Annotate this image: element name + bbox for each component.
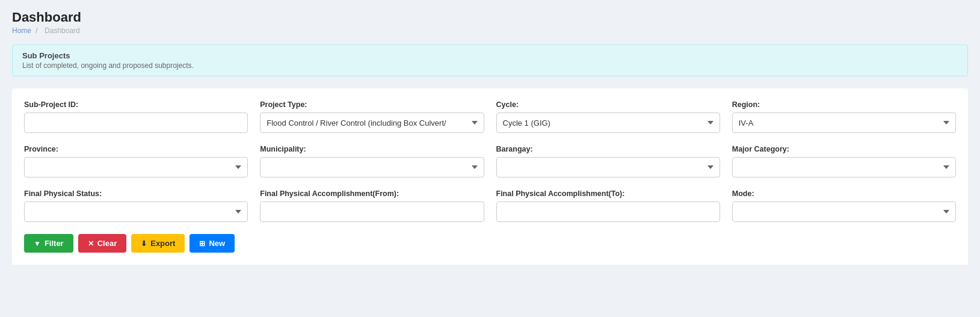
- card-title: Sub Projects: [22, 51, 958, 60]
- card-subtitle: List of completed, ongoing and proposed …: [22, 61, 958, 70]
- final-physical-to-group: Final Physical Accomplishment(To):: [496, 189, 720, 222]
- filter-icon: ▼: [34, 239, 41, 248]
- filter-label: Filter: [45, 239, 64, 248]
- form-row-1: Sub-Project ID: Project Type: Flood Cont…: [24, 100, 956, 133]
- final-physical-status-select[interactable]: [24, 202, 248, 222]
- breadcrumb: Home / Dashboard: [12, 26, 968, 35]
- province-group: Province:: [24, 145, 248, 177]
- final-physical-status-label: Final Physical Status:: [24, 189, 248, 198]
- project-type-group: Project Type: Flood Control / River Cont…: [260, 100, 484, 133]
- filter-button[interactable]: ▼ Filter: [24, 234, 73, 253]
- export-icon: ⬇: [141, 239, 147, 248]
- breadcrumb-home[interactable]: Home: [12, 26, 31, 35]
- cycle-group: Cycle: Cycle 1 (GIG): [496, 100, 720, 133]
- clear-label: Clear: [97, 239, 117, 248]
- major-category-select[interactable]: [732, 157, 956, 177]
- breadcrumb-current: Dashboard: [45, 26, 80, 35]
- final-physical-to-label: Final Physical Accomplishment(To):: [496, 189, 720, 198]
- export-button[interactable]: ⬇ Export: [131, 234, 185, 253]
- municipality-group: Municipality:: [260, 145, 484, 177]
- region-select[interactable]: IV-A: [732, 112, 956, 133]
- export-label: Export: [150, 239, 175, 248]
- final-physical-status-group: Final Physical Status:: [24, 189, 248, 222]
- region-label: Region:: [732, 100, 956, 109]
- barangay-group: Barangay:: [496, 145, 720, 177]
- new-button[interactable]: ⊞ New: [190, 234, 235, 253]
- barangay-label: Barangay:: [496, 145, 720, 153]
- final-physical-from-group: Final Physical Accomplishment(From):: [260, 189, 484, 222]
- province-select[interactable]: [24, 157, 248, 177]
- municipality-select[interactable]: [260, 157, 484, 177]
- region-group: Region: IV-A: [732, 100, 956, 133]
- final-physical-from-input[interactable]: [260, 202, 484, 222]
- final-physical-to-input[interactable]: [496, 202, 720, 222]
- clear-icon: ✕: [88, 239, 94, 248]
- breadcrumb-separator: /: [35, 26, 37, 35]
- form-row-3: Final Physical Status: Final Physical Ac…: [24, 189, 956, 222]
- form-row-2: Province: Municipality: Barangay: Major …: [24, 145, 956, 177]
- sub-project-id-input[interactable]: [24, 112, 248, 133]
- cycle-label: Cycle:: [496, 100, 720, 109]
- major-category-label: Major Category:: [732, 145, 956, 153]
- new-icon: ⊞: [199, 239, 205, 248]
- cycle-select[interactable]: Cycle 1 (GIG): [496, 112, 720, 133]
- new-label: New: [209, 239, 225, 248]
- mode-select[interactable]: [732, 202, 956, 222]
- page-title: Dashboard: [12, 10, 968, 25]
- province-label: Province:: [24, 145, 248, 153]
- municipality-label: Municipality:: [260, 145, 484, 153]
- sub-project-id-label: Sub-Project ID:: [24, 100, 248, 109]
- final-physical-from-label: Final Physical Accomplishment(From):: [260, 189, 484, 198]
- button-row: ▼ Filter ✕ Clear ⬇ Export ⊞ New: [24, 234, 956, 253]
- sub-projects-card: Sub Projects List of completed, ongoing …: [12, 45, 968, 76]
- major-category-group: Major Category:: [732, 145, 956, 177]
- project-type-select[interactable]: Flood Control / River Control (including…: [260, 112, 484, 133]
- clear-button[interactable]: ✕ Clear: [78, 234, 127, 253]
- project-type-label: Project Type:: [260, 100, 484, 109]
- mode-label: Mode:: [732, 189, 956, 198]
- filter-form: Sub-Project ID: Project Type: Flood Cont…: [12, 88, 968, 265]
- page-title-block: Dashboard Home / Dashboard: [12, 10, 968, 35]
- sub-project-id-group: Sub-Project ID:: [24, 100, 248, 133]
- mode-group: Mode:: [732, 189, 956, 222]
- barangay-select[interactable]: [496, 157, 720, 177]
